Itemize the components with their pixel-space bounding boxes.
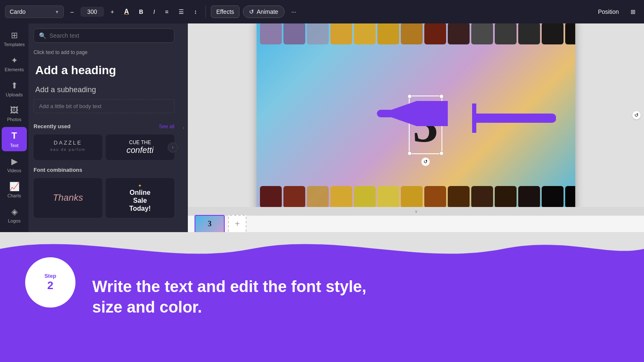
font-confetti-line2: confetti bbox=[111, 145, 169, 155]
sidebar-item-logos[interactable]: ◈ Logos bbox=[2, 203, 27, 227]
add-subheading-button[interactable]: Add a subheading bbox=[34, 82, 174, 98]
film-cell bbox=[471, 186, 493, 207]
film-strip-top bbox=[257, 23, 575, 48]
film-cell bbox=[565, 23, 575, 44]
decrease-font-size-button[interactable]: – bbox=[67, 6, 77, 18]
film-cell bbox=[260, 186, 282, 207]
videos-icon: ▶ bbox=[11, 156, 18, 166]
film-cell bbox=[471, 23, 493, 44]
spacing-icon: ↕ bbox=[194, 8, 197, 15]
add-heading-button[interactable]: Add a heading bbox=[34, 60, 174, 80]
position-label: Position bbox=[598, 8, 619, 15]
collapse-panel-button[interactable]: ‹ bbox=[179, 23, 188, 232]
recently-used-header: Recently used See all bbox=[34, 123, 174, 129]
canvas-refresh-button[interactable]: ↺ bbox=[632, 111, 641, 119]
main-layout: ⊞ Templates ✦ Elements ⬆ Uploads 🖼 Photo… bbox=[0, 23, 644, 232]
film-cell bbox=[377, 23, 399, 44]
recently-used-title: Recently used bbox=[34, 123, 70, 129]
bottom-tutorial-section: Step 2 Write the text and edit the font … bbox=[0, 232, 644, 362]
search-icon: 🔍 bbox=[39, 32, 46, 39]
step-label: Step bbox=[44, 273, 56, 279]
film-cell bbox=[330, 23, 352, 44]
italic-button[interactable]: I bbox=[150, 6, 158, 18]
sidebar-item-label: Logos bbox=[8, 218, 21, 223]
add-page-button[interactable]: + bbox=[228, 215, 247, 233]
font-preview-confetti[interactable]: CUE THE confetti bbox=[106, 134, 174, 160]
font-dazzle-sub-text: eau de parfum bbox=[39, 147, 97, 152]
film-cell bbox=[401, 186, 423, 207]
film-cell bbox=[307, 186, 329, 207]
italic-icon: I bbox=[153, 8, 155, 15]
effects-label: Effects bbox=[216, 8, 234, 15]
sidebar-item-more[interactable]: ··· More bbox=[2, 228, 27, 232]
bold-button[interactable]: B bbox=[136, 6, 147, 18]
font-size-input[interactable] bbox=[84, 8, 101, 15]
sidebar-item-uploads[interactable]: ⬆ Uploads bbox=[2, 77, 27, 101]
font-combo-2[interactable]: ✦ Online Sale Today! bbox=[106, 178, 174, 218]
increase-font-size-button[interactable]: + bbox=[107, 6, 117, 18]
sidebar-item-elements[interactable]: ✦ Elements bbox=[2, 52, 27, 75]
film-cell bbox=[307, 23, 329, 44]
photos-icon: 🖼 bbox=[10, 106, 18, 115]
film-cell bbox=[354, 186, 376, 207]
film-cell bbox=[518, 186, 540, 207]
bottom-text-line2: size and color. bbox=[92, 298, 202, 316]
search-input[interactable] bbox=[49, 32, 169, 39]
more-options-button[interactable]: ··· bbox=[288, 6, 300, 18]
align-button[interactable]: ≡ bbox=[162, 6, 172, 18]
separator bbox=[205, 5, 206, 18]
left-panel: 🔍 Click text to add to page Add a headin… bbox=[29, 23, 179, 232]
animate-icon: ↺ bbox=[249, 8, 254, 15]
resize-handle-br[interactable] bbox=[439, 151, 444, 155]
add-body-button[interactable]: Add a little bit of body text bbox=[34, 99, 174, 113]
sidebar-item-charts[interactable]: 📈 Charts bbox=[2, 178, 27, 202]
list-button[interactable]: ☰ bbox=[175, 6, 187, 18]
animate-button[interactable]: ↺ Animate bbox=[243, 5, 284, 18]
charts-icon: 📈 bbox=[9, 181, 20, 191]
sidebar-item-photos[interactable]: 🖼 Photos bbox=[2, 102, 27, 125]
film-cell bbox=[330, 186, 352, 207]
sidebar-item-templates[interactable]: ⊞ Templates bbox=[2, 27, 27, 50]
position-button[interactable]: Position bbox=[595, 6, 622, 18]
align-icon: ≡ bbox=[165, 8, 169, 15]
share-options-button[interactable]: ⊞ bbox=[627, 6, 639, 18]
effects-button[interactable]: Effects bbox=[211, 5, 240, 18]
film-cell bbox=[448, 186, 470, 207]
click-hint: Click text to add to page bbox=[34, 49, 174, 55]
combo-sale-text: Online Sale Today! bbox=[129, 189, 151, 213]
combo-script-text: Thanks bbox=[53, 192, 83, 203]
step-number: 2 bbox=[47, 279, 53, 292]
text-icon: T bbox=[11, 130, 17, 141]
film-cell bbox=[542, 23, 564, 44]
text-color-icon: A bbox=[124, 8, 129, 16]
sidebar-item-text[interactable]: T Text bbox=[2, 127, 27, 151]
canvas-container: 3 ↺ ↺ bbox=[188, 23, 644, 207]
step-circle: Step 2 bbox=[25, 257, 75, 308]
next-fonts-button[interactable]: › bbox=[168, 142, 178, 153]
sidebar-item-label: Uploads bbox=[6, 92, 23, 97]
rotate-handle[interactable]: ↺ bbox=[421, 158, 430, 166]
film-cell bbox=[542, 186, 564, 207]
page-strip: 3 + bbox=[188, 215, 644, 232]
list-icon: ☰ bbox=[179, 8, 184, 15]
resize-handle-bl[interactable] bbox=[408, 151, 412, 155]
page-thumbnail-1[interactable]: 3 bbox=[195, 215, 225, 233]
spacing-button[interactable]: ↕ bbox=[191, 6, 200, 18]
film-cell bbox=[283, 186, 305, 207]
font-combo-1[interactable]: Thanks bbox=[34, 178, 102, 218]
resize-handle-tl[interactable] bbox=[408, 94, 412, 98]
add-heading-label: Add a heading bbox=[35, 64, 116, 77]
film-cell bbox=[377, 186, 399, 207]
chevron-down-icon: ▼ bbox=[55, 10, 59, 14]
canvas-expand-bar[interactable]: ∨ bbox=[188, 207, 644, 215]
uploads-icon: ⬆ bbox=[11, 80, 18, 90]
see-all-button[interactable]: See all bbox=[159, 124, 174, 129]
font-preview-dazzle[interactable]: DAZZLE eau de parfum bbox=[34, 134, 102, 160]
font-color-button[interactable]: A bbox=[121, 5, 132, 18]
font-selector[interactable]: Cardo ▼ bbox=[5, 5, 64, 18]
resize-handle-tr[interactable] bbox=[439, 94, 444, 98]
sidebar-item-label: Videos bbox=[7, 168, 21, 173]
film-cell bbox=[495, 23, 517, 44]
sidebar-item-videos[interactable]: ▶ Videos bbox=[2, 153, 27, 176]
chevron-down-icon: ∨ bbox=[415, 209, 418, 214]
